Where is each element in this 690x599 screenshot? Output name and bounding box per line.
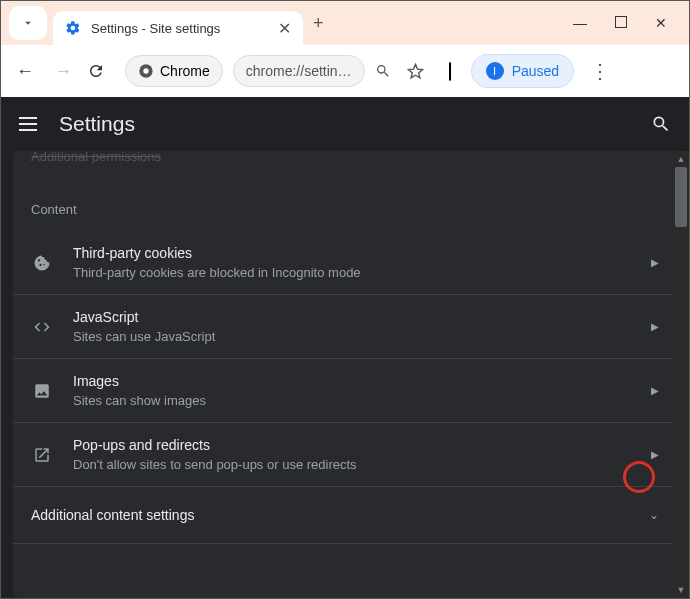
chrome-chip[interactable]: Chrome (125, 55, 223, 87)
profile-avatar-icon: I (486, 62, 504, 80)
settings-panel: Additional permissions Content Third-par… (13, 151, 677, 598)
chevron-right-icon: ▶ (651, 257, 659, 268)
new-tab-button[interactable]: + (313, 13, 324, 34)
maximize-button[interactable] (615, 15, 627, 31)
row-subtitle: Don't allow sites to send pop-ups or use… (73, 457, 631, 472)
chrome-icon (138, 63, 154, 79)
browser-tab[interactable]: Settings - Site settings ✕ (53, 11, 303, 45)
browser-menu-button[interactable]: ⋮ (584, 59, 616, 83)
svg-point-1 (143, 68, 148, 73)
tab-bar: Settings - Site settings ✕ + — ✕ (1, 1, 689, 45)
row-subtitle: Sites can use JavaScript (73, 329, 631, 344)
settings-page: Settings Additional permissions Content … (1, 97, 689, 598)
chevron-down-icon (21, 16, 35, 30)
reader-icon (449, 62, 451, 81)
chevron-down-icon: ⌄ (649, 508, 659, 522)
image-icon (31, 382, 53, 400)
scroll-thumb[interactable] (675, 167, 687, 227)
chrome-chip-label: Chrome (160, 63, 210, 79)
page-title: Settings (59, 112, 135, 136)
bookmark-button[interactable] (407, 63, 429, 80)
tab-title: Settings - Site settings (91, 21, 268, 36)
window-close-button[interactable]: ✕ (655, 15, 667, 31)
chevron-right-icon: ▶ (651, 321, 659, 332)
gear-icon (65, 20, 81, 36)
star-icon (407, 63, 424, 80)
profile-paused-button[interactable]: I Paused (471, 54, 574, 88)
window-controls: — ✕ (573, 15, 681, 31)
row-images[interactable]: Images Sites can show images ▶ (13, 359, 677, 423)
row-title: Third-party cookies (73, 245, 631, 261)
menu-button[interactable] (19, 117, 37, 131)
forward-button[interactable]: → (49, 61, 77, 82)
row-title: Pop-ups and redirects (73, 437, 631, 453)
chevron-right-icon: ▶ (651, 449, 659, 460)
zoom-button[interactable] (375, 63, 397, 79)
cookie-icon (31, 254, 53, 272)
minimize-button[interactable]: — (573, 15, 587, 31)
toolbar: ← → Chrome chrome://settin… I Paused ⋮ (1, 45, 689, 97)
settings-header: Settings (1, 97, 689, 151)
row-additional-content-settings[interactable]: Additional content settings ⌄ (13, 487, 677, 544)
section-label-content: Content (13, 166, 677, 231)
reload-button[interactable] (87, 62, 115, 80)
open-in-new-icon (31, 446, 53, 464)
scrollbar[interactable]: ▲ ▼ (673, 151, 689, 598)
reader-mode-button[interactable] (439, 63, 461, 80)
row-subtitle: Third-party cookies are blocked in Incog… (73, 265, 631, 280)
row-title: Additional content settings (31, 507, 629, 523)
scroll-up-icon[interactable]: ▲ (673, 151, 689, 167)
row-title: JavaScript (73, 309, 631, 325)
settings-search-button[interactable] (651, 114, 671, 134)
code-icon (31, 318, 53, 336)
row-subtitle: Sites can show images (73, 393, 631, 408)
row-javascript[interactable]: JavaScript Sites can use JavaScript ▶ (13, 295, 677, 359)
row-third-party-cookies[interactable]: Third-party cookies Third-party cookies … (13, 231, 677, 295)
chevron-right-icon: ▶ (651, 385, 659, 396)
omnibox[interactable]: chrome://settin… (233, 55, 365, 87)
tab-close-button[interactable]: ✕ (278, 19, 291, 38)
search-icon (651, 114, 671, 134)
row-title: Images (73, 373, 631, 389)
row-popups-redirects[interactable]: Pop-ups and redirects Don't allow sites … (13, 423, 677, 487)
scroll-down-icon[interactable]: ▼ (673, 582, 689, 598)
tab-search-button[interactable] (9, 6, 47, 40)
truncated-previous-section: Additional permissions (13, 151, 677, 164)
magnifier-icon (375, 63, 391, 79)
paused-label: Paused (512, 63, 559, 79)
back-button[interactable]: ← (11, 61, 39, 82)
reload-icon (87, 62, 105, 80)
url-text: chrome://settin… (246, 63, 352, 79)
